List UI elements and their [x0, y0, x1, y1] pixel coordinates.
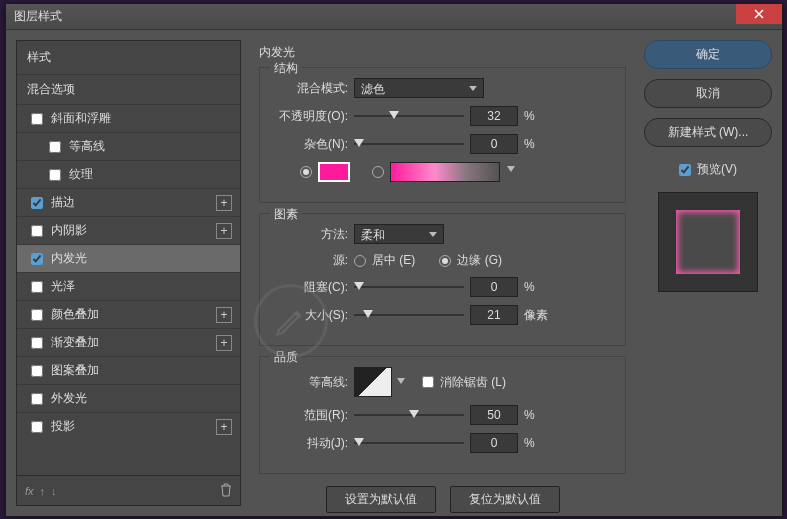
jitter-unit: % — [524, 436, 554, 450]
structure-legend: 结构 — [270, 60, 302, 77]
size-slider[interactable] — [354, 308, 464, 322]
technique-select[interactable]: 柔和 — [354, 224, 444, 244]
style-checkbox[interactable] — [49, 169, 61, 181]
color-swatch[interactable] — [318, 162, 350, 182]
style-checkbox[interactable] — [49, 141, 61, 153]
effect-title: 内发光 — [259, 44, 626, 61]
style-item[interactable]: 内发光 — [17, 244, 240, 272]
antialias-label[interactable]: 消除锯齿 (L) — [440, 374, 506, 391]
source-center-radio[interactable] — [354, 255, 366, 267]
style-label: 纹理 — [69, 166, 93, 183]
opacity-input[interactable]: 32 — [470, 106, 518, 126]
style-checkbox[interactable] — [31, 309, 43, 321]
size-unit: 像素 — [524, 307, 554, 324]
style-label: 外发光 — [51, 390, 87, 407]
add-effect-icon[interactable]: + — [216, 307, 232, 323]
style-item[interactable]: 斜面和浮雕 — [17, 104, 240, 132]
choke-slider[interactable] — [354, 280, 464, 294]
blend-mode-label: 混合模式: — [270, 80, 348, 97]
add-effect-icon[interactable]: + — [216, 223, 232, 239]
style-label: 内阴影 — [51, 222, 87, 239]
jitter-slider[interactable] — [354, 436, 464, 450]
blend-options-item[interactable]: 混合选项 — [17, 74, 240, 104]
quality-group: 品质 等高线: 消除锯齿 (L) 范围(R): 50 % 抖动(J): — [259, 356, 626, 474]
blend-mode-select[interactable]: 滤色 — [354, 78, 484, 98]
style-checkbox[interactable] — [31, 421, 43, 433]
preview-toggle[interactable]: 预览(V) — [644, 161, 772, 178]
left-panel: 样式 混合选项 斜面和浮雕等高线纹理描边+内阴影+内发光光泽颜色叠加+渐变叠加+… — [16, 40, 241, 506]
style-checkbox[interactable] — [31, 253, 43, 265]
close-icon — [754, 9, 764, 19]
noise-slider[interactable] — [354, 137, 464, 151]
arrow-up-icon[interactable]: ↑ — [40, 485, 46, 497]
arrow-down-icon[interactable]: ↓ — [51, 485, 57, 497]
styles-list: 样式 混合选项 斜面和浮雕等高线纹理描边+内阴影+内发光光泽颜色叠加+渐变叠加+… — [16, 40, 241, 476]
style-label: 颜色叠加 — [51, 306, 99, 323]
styles-header[interactable]: 样式 — [17, 41, 240, 74]
style-item[interactable]: 渐变叠加+ — [17, 328, 240, 356]
titlebar[interactable]: 图层样式 — [6, 4, 782, 30]
close-button[interactable] — [736, 4, 782, 24]
opacity-slider[interactable] — [354, 109, 464, 123]
chevron-down-icon[interactable] — [397, 378, 405, 384]
style-checkbox[interactable] — [31, 197, 43, 209]
center-panel: 内发光 结构 混合模式: 滤色 不透明度(O): 32 % 杂色(N): 0 — [251, 40, 634, 506]
gradient-radio[interactable] — [372, 166, 384, 178]
choke-input[interactable]: 0 — [470, 277, 518, 297]
source-edge-radio[interactable] — [439, 255, 451, 267]
style-item[interactable]: 纹理 — [17, 160, 240, 188]
range-unit: % — [524, 408, 554, 422]
style-checkbox[interactable] — [31, 365, 43, 377]
style-checkbox[interactable] — [31, 337, 43, 349]
gradient-swatch[interactable] — [390, 162, 500, 182]
size-input[interactable]: 21 — [470, 305, 518, 325]
style-item[interactable]: 图案叠加 — [17, 356, 240, 384]
new-style-button[interactable]: 新建样式 (W)... — [644, 118, 772, 147]
contour-picker[interactable] — [354, 367, 392, 397]
ok-button[interactable]: 确定 — [644, 40, 772, 69]
cancel-button[interactable]: 取消 — [644, 79, 772, 108]
style-item[interactable]: 投影+ — [17, 412, 240, 440]
style-checkbox[interactable] — [31, 225, 43, 237]
jitter-input[interactable]: 0 — [470, 433, 518, 453]
add-effect-icon[interactable]: + — [216, 335, 232, 351]
reset-default-button[interactable]: 复位为默认值 — [450, 486, 560, 513]
style-item[interactable]: 颜色叠加+ — [17, 300, 240, 328]
noise-unit: % — [524, 137, 554, 151]
window-title: 图层样式 — [14, 8, 62, 25]
preview-checkbox[interactable] — [679, 164, 691, 176]
preview-label: 预览(V) — [697, 161, 737, 178]
trash-icon[interactable] — [220, 483, 232, 499]
preview-swatch — [676, 210, 740, 274]
default-buttons-row: 设置为默认值 复位为默认值 — [259, 486, 626, 513]
jitter-label: 抖动(J): — [270, 435, 348, 452]
style-item[interactable]: 描边+ — [17, 188, 240, 216]
style-item[interactable]: 内阴影+ — [17, 216, 240, 244]
style-label: 渐变叠加 — [51, 334, 99, 351]
noise-input[interactable]: 0 — [470, 134, 518, 154]
color-radio[interactable] — [300, 166, 312, 178]
style-checkbox[interactable] — [31, 393, 43, 405]
elements-group: 图素 方法: 柔和 源: 居中 (E) 边缘 (G) 阻塞(C): 0 — [259, 213, 626, 346]
range-slider[interactable] — [354, 408, 464, 422]
preview-box — [658, 192, 758, 292]
choke-unit: % — [524, 280, 554, 294]
chevron-down-icon[interactable] — [507, 166, 515, 172]
dialog-content: 样式 混合选项 斜面和浮雕等高线纹理描边+内阴影+内发光光泽颜色叠加+渐变叠加+… — [6, 30, 782, 516]
antialias-checkbox[interactable] — [422, 376, 434, 388]
style-label: 投影 — [51, 418, 75, 435]
source-center-label[interactable]: 居中 (E) — [372, 252, 415, 269]
add-effect-icon[interactable]: + — [216, 195, 232, 211]
range-input[interactable]: 50 — [470, 405, 518, 425]
add-effect-icon[interactable]: + — [216, 419, 232, 435]
styles-footer: fx ↑ ↓ — [16, 476, 241, 506]
style-item[interactable]: 外发光 — [17, 384, 240, 412]
style-checkbox[interactable] — [31, 113, 43, 125]
style-item[interactable]: 光泽 — [17, 272, 240, 300]
style-checkbox[interactable] — [31, 281, 43, 293]
source-edge-label[interactable]: 边缘 (G) — [457, 252, 502, 269]
style-item[interactable]: 等高线 — [17, 132, 240, 160]
make-default-button[interactable]: 设置为默认值 — [326, 486, 436, 513]
quality-legend: 品质 — [270, 349, 302, 366]
fx-label[interactable]: fx — [25, 485, 34, 497]
